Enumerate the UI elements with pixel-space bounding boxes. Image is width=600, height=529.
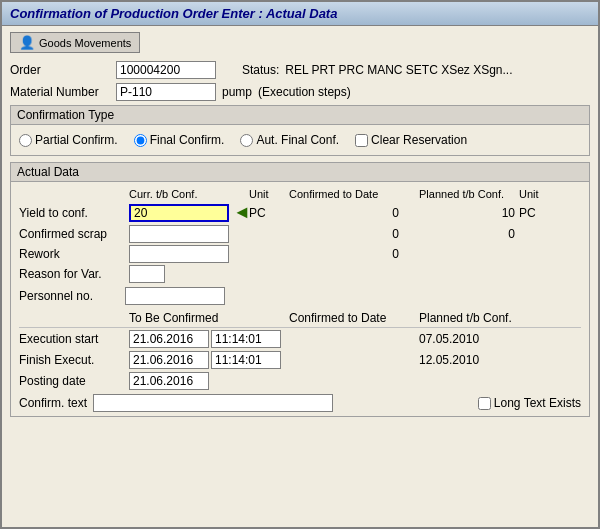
exec-start-planned: 07.05.2010: [419, 332, 549, 346]
goods-movements-label: Goods Movements: [39, 37, 131, 49]
yield-unit: PC: [249, 206, 289, 220]
yield-input[interactable]: [129, 204, 229, 222]
actual-data-content: Curr. t/b Conf. Unit Confirmed to Date P…: [11, 182, 589, 416]
finish-execut-label: Finish Execut.: [19, 353, 129, 367]
posting-date-label: Posting date: [19, 374, 129, 388]
confirmation-type-content: Partial Confirm. Final Confirm. Aut. Fin…: [11, 125, 589, 155]
clear-reservation-label: Clear Reservation: [371, 133, 467, 147]
order-label: Order: [10, 63, 110, 77]
partial-confirm-option[interactable]: Partial Confirm.: [19, 133, 118, 147]
confirmation-type-options: Partial Confirm. Final Confirm. Aut. Fin…: [19, 129, 581, 151]
posting-date-inputs: [129, 372, 289, 390]
rework-confirmed: 0: [289, 247, 419, 261]
personnel-input[interactable]: [125, 287, 225, 305]
datetime-header: To Be Confirmed Confirmed to Date Planne…: [19, 309, 581, 328]
finish-execut-date[interactable]: [129, 351, 209, 369]
material-input[interactable]: [116, 83, 216, 101]
scrap-label: Confirmed scrap: [19, 227, 129, 241]
long-text-exists[interactable]: Long Text Exists: [478, 396, 581, 410]
col-unit2: Unit: [519, 188, 559, 200]
yield-input-container: ◄: [129, 202, 249, 223]
reason-var-row: Reason for Var.: [19, 265, 581, 283]
scrap-confirmed: 0: [289, 227, 419, 241]
finish-execut-time[interactable]: [211, 351, 281, 369]
clear-reservation-checkbox[interactable]: [355, 134, 368, 147]
yield-row: Yield to conf. ◄ PC 0 10 PC: [19, 202, 581, 223]
exec-start-label: Execution start: [19, 332, 129, 346]
finish-execut-planned: 12.05.2010: [419, 353, 549, 367]
exec-start-inputs: [129, 330, 289, 348]
posting-date-input[interactable]: [129, 372, 209, 390]
yield-confirmed: 0: [289, 206, 419, 220]
scrap-planned: 0: [419, 227, 519, 241]
confirmation-type-title: Confirmation Type: [11, 106, 589, 125]
datetime-section: To Be Confirmed Confirmed to Date Planne…: [19, 309, 581, 390]
final-confirm-label: Final Confirm.: [150, 133, 225, 147]
exec-start-time[interactable]: [211, 330, 281, 348]
execution-start-row: Execution start 07.05.2010: [19, 330, 581, 348]
scrap-input[interactable]: [129, 225, 229, 243]
actual-data-title: Actual Data: [11, 163, 589, 182]
window-title: Confirmation of Production Order Enter :…: [10, 6, 337, 21]
aut-final-option[interactable]: Aut. Final Conf.: [240, 133, 339, 147]
reason-var-label: Reason for Var.: [19, 267, 129, 281]
rework-label: Rework: [19, 247, 129, 261]
content-area: 👤 Goods Movements Order Status: REL PRT …: [2, 26, 598, 527]
final-confirm-option[interactable]: Final Confirm.: [134, 133, 225, 147]
actual-data-section: Actual Data Curr. t/b Conf. Unit Confirm…: [10, 162, 590, 417]
col-planned: Planned t/b Conf.: [419, 188, 519, 200]
order-row: Order Status: REL PRT PRC MANC SETC XSez…: [10, 61, 590, 79]
yield-label: Yield to conf.: [19, 206, 129, 220]
reason-var-input[interactable]: [129, 265, 165, 283]
confirm-text-input[interactable]: [93, 394, 333, 412]
material-desc-suffix: (Execution steps): [258, 85, 351, 99]
exec-start-date[interactable]: [129, 330, 209, 348]
goods-movements-button[interactable]: 👤 Goods Movements: [10, 32, 140, 53]
finish-execut-row: Finish Execut. 12.05.2010: [19, 351, 581, 369]
confirm-text-label: Confirm. text: [19, 396, 87, 410]
title-bar: Confirmation of Production Order Enter :…: [2, 2, 598, 26]
personnel-row: Personnel no.: [19, 287, 581, 305]
col-curr-conf: Curr. t/b Conf.: [129, 188, 249, 200]
person-icon: 👤: [19, 35, 35, 50]
confirm-text-row: Confirm. text Long Text Exists: [19, 394, 581, 412]
material-row: Material Number pump (Execution steps): [10, 83, 590, 101]
posting-date-row: Posting date: [19, 372, 581, 390]
main-window: Confirmation of Production Order Enter :…: [0, 0, 600, 529]
aut-final-radio[interactable]: [240, 134, 253, 147]
finish-execut-inputs: [129, 351, 289, 369]
material-label: Material Number: [10, 85, 110, 99]
status-value: REL PRT PRC MANC SETC XSez XSgn...: [285, 63, 512, 77]
yield-planned: 10: [419, 206, 519, 220]
final-confirm-radio[interactable]: [134, 134, 147, 147]
dt-col-empty: [19, 311, 129, 325]
col-empty: [19, 188, 129, 200]
actual-data-header: Curr. t/b Conf. Unit Confirmed to Date P…: [19, 186, 581, 202]
rework-row: Rework 0: [19, 245, 581, 263]
confirmation-type-section: Confirmation Type Partial Confirm. Final…: [10, 105, 590, 156]
confirmed-scrap-row: Confirmed scrap 0 0: [19, 225, 581, 243]
col-unit: Unit: [249, 188, 289, 200]
status-label: Status:: [242, 63, 279, 77]
dt-col-planned: Planned t/b Conf.: [419, 311, 549, 325]
aut-final-label: Aut. Final Conf.: [256, 133, 339, 147]
col-confirmed: Confirmed to Date: [289, 188, 419, 200]
yield-planned-unit: PC: [519, 206, 559, 220]
rework-input[interactable]: [129, 245, 229, 263]
order-input[interactable]: [116, 61, 216, 79]
partial-confirm-label: Partial Confirm.: [35, 133, 118, 147]
clear-reservation-option[interactable]: Clear Reservation: [355, 133, 467, 147]
dt-col-to-be-confirmed: To Be Confirmed: [129, 311, 289, 325]
partial-confirm-radio[interactable]: [19, 134, 32, 147]
personnel-label: Personnel no.: [19, 289, 119, 303]
toolbar: 👤 Goods Movements: [10, 32, 590, 53]
material-description: pump: [222, 85, 252, 99]
long-text-label: Long Text Exists: [494, 396, 581, 410]
dt-col-confirmed: Confirmed to Date: [289, 311, 419, 325]
long-text-checkbox[interactable]: [478, 397, 491, 410]
